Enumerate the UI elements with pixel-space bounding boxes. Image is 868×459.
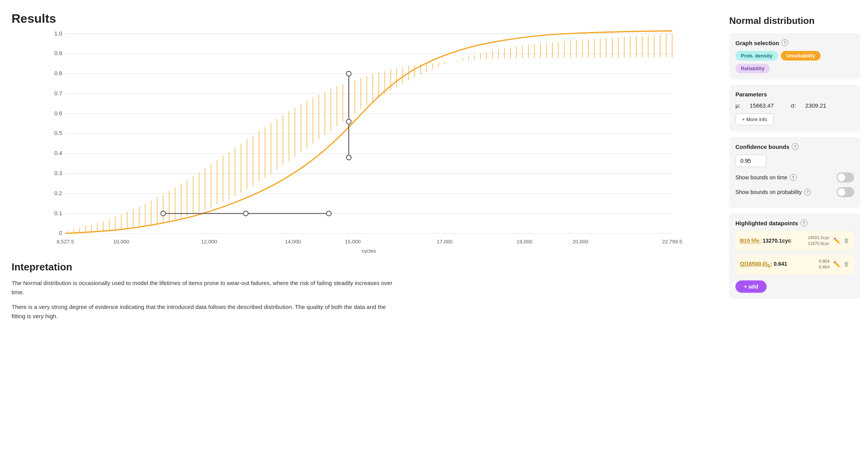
svg-text:0.1: 0.1 [54, 210, 62, 216]
graph-selection-help-icon[interactable]: ? [781, 39, 788, 46]
x-axis-labels: 8,527.5 10,000 12,000 14,000 15,000 17,0… [57, 239, 682, 245]
svg-text:19,000: 19,000 [516, 239, 532, 245]
left-panel: Results [12, 12, 722, 447]
svg-text:22,799.5: 22,799.5 [662, 239, 682, 245]
datapoint-1-edit-icon[interactable]: ✏️ [833, 237, 841, 244]
prob-density-button[interactable]: Prob. density [735, 51, 778, 61]
highlighted-datapoints-section: Highlighted datapoints ? B15 life: 13270… [729, 213, 860, 299]
svg-text:14,000: 14,000 [285, 239, 301, 245]
datapoint-2-value: 0.641 [774, 261, 787, 267]
datapoint-row-1: B15 life: 13270.1cyc 14501.5cyc 11670.6c… [735, 231, 854, 251]
reliability-button[interactable]: Reliability [735, 64, 770, 73]
graph-selection-section: Graph selection ? Prob. density Unreliab… [729, 33, 860, 79]
svg-text:15,000: 15,000 [345, 239, 361, 245]
parameters-section: Parameters μ: 15663.47 σ: 2309.21 + More… [729, 85, 860, 132]
panel-title: Normal distribution [729, 15, 860, 26]
svg-text:0.8: 0.8 [54, 70, 62, 76]
mu-label: μ: 15663.47 [735, 102, 782, 109]
svg-text:0: 0 [59, 230, 62, 236]
bounds-time-help-icon[interactable]: ? [790, 174, 797, 181]
center-point [244, 211, 248, 216]
interpretation-section: Intepretation The Normal distribution is… [12, 261, 710, 321]
datapoint-1-label[interactable]: B15 life: [740, 238, 761, 244]
svg-text:0.4: 0.4 [54, 150, 62, 156]
svg-text:10,000: 10,000 [113, 239, 129, 245]
svg-text:17,000: 17,000 [437, 239, 453, 245]
svg-text:0.2: 0.2 [54, 190, 62, 196]
bounds-probability-help-icon[interactable]: ? [804, 189, 811, 196]
svg-text:0.7: 0.7 [54, 90, 62, 96]
confidence-bounds-help-icon[interactable]: ? [792, 143, 799, 150]
datapoint-1-value: 13270.1cyc [762, 238, 791, 244]
parameters-label: Parameters [735, 91, 854, 98]
datapoint-2-actions: ✏️ 🗑 [833, 261, 849, 268]
datapoint-2-edit-icon[interactable]: ✏️ [833, 261, 841, 268]
svg-text:0.6: 0.6 [54, 110, 62, 116]
datapoint-2-delete-icon[interactable]: 🗑 [844, 261, 849, 268]
svg-text:20,000: 20,000 [572, 239, 588, 245]
bounds-time-label: Show bounds on time ? [735, 174, 797, 181]
interpretation-title: Intepretation [12, 261, 710, 273]
left-point [161, 211, 165, 216]
x-axis-unit: cycles [362, 248, 376, 253]
chart-svg: 1.0 0.9 0.8 0.7 0.6 0.5 0.4 0.3 0.2 0.1 … [12, 30, 710, 253]
chart-container: 1.0 0.9 0.8 0.7 0.6 0.5 0.4 0.3 0.2 0.1 … [12, 30, 710, 253]
mid-point [347, 119, 351, 124]
datapoint-1-actions: ✏️ 🗑 [833, 237, 849, 244]
datapoint-1-bounds: 14501.5cyc 11670.6cyc [808, 235, 829, 247]
bounds-probability-toggle[interactable] [836, 187, 854, 197]
show-bounds-probability-row: Show bounds on probability ? [735, 187, 854, 197]
show-bounds-time-row: Show bounds on time ? [735, 172, 854, 182]
svg-text:0.9: 0.9 [54, 50, 62, 56]
highlighted-datapoints-label: Highlighted datapoints ? [735, 219, 854, 226]
interpretation-p1: The Normal distribution is occasionally … [12, 278, 397, 297]
results-title: Results [12, 12, 710, 26]
bounds-probability-label: Show bounds on probability ? [735, 189, 811, 196]
svg-text:0.3: 0.3 [54, 170, 62, 176]
lower-point [347, 155, 351, 160]
confidence-value-input[interactable] [735, 155, 766, 167]
interpretation-p2: There is a very strong degree of evidenc… [12, 302, 397, 321]
datapoint-1-delete-icon[interactable]: 🗑 [844, 237, 849, 244]
unreliability-button[interactable]: Unreliability [781, 51, 820, 61]
y-axis-labels: 1.0 0.9 0.8 0.7 0.6 0.5 0.4 0.3 0.2 0.1 … [54, 30, 62, 236]
graph-selection-label: Graph selection ? [735, 39, 854, 46]
graph-buttons: Prob. density Unreliability Reliability [735, 51, 854, 73]
upper-point [347, 71, 351, 76]
right-point [326, 211, 331, 216]
sigma-label: σ: 2309.21 [791, 102, 834, 109]
bounds-time-toggle[interactable] [836, 172, 854, 182]
svg-text:12,000: 12,000 [201, 239, 217, 245]
svg-text:0.5: 0.5 [54, 130, 62, 136]
more-info-button[interactable]: + More info [735, 113, 774, 125]
datapoints-help-icon[interactable]: ? [801, 219, 807, 226]
parameters-values: μ: 15663.47 σ: 2309.21 [735, 102, 854, 109]
datapoint-row-2: Q(16500.0)S: 0.641 0.804 0.464 ✏️ 🗑 [735, 255, 854, 274]
svg-text:1.0: 1.0 [54, 30, 62, 37]
right-panel: Normal distribution Graph selection ? Pr… [722, 12, 868, 447]
main-layout: Results [0, 0, 868, 459]
datapoint-2-bounds: 0.804 0.464 [819, 258, 829, 270]
add-datapoint-button[interactable]: + add [735, 280, 767, 293]
datapoint-2-label[interactable]: Q(16500.0)S: [740, 261, 772, 268]
svg-text:8,527.5: 8,527.5 [57, 239, 74, 245]
confidence-bounds-label: Confidence bounds ? [735, 143, 854, 150]
confidence-bounds-section: Confidence bounds ? Show bounds on time … [729, 137, 860, 208]
